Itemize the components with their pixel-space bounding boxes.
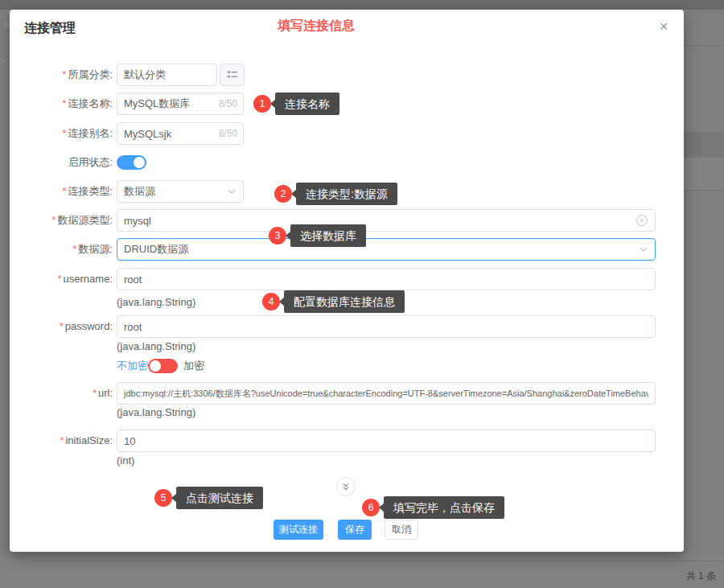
category-input[interactable] — [117, 64, 217, 86]
dialog-title: 连接管理 — [24, 20, 76, 37]
field-row-username: *username: — [10, 268, 684, 290]
background-sidebar: ★ ⟳ — [0, 10, 10, 555]
toggle-knob — [134, 157, 145, 168]
test-connection-button[interactable]: 测试连接 — [274, 520, 323, 540]
background-divider — [684, 45, 724, 46]
field-row-encrypt: 不加密 加密 — [10, 359, 684, 373]
divider — [32, 561, 724, 561]
field-row-enabled: 启用状态: — [10, 155, 684, 170]
datasource-select-value: DRUID数据源 — [124, 239, 639, 260]
required-marker: * — [62, 68, 66, 80]
field-row-password: *password: — [10, 315, 684, 338]
callout-badge-3: 3 — [269, 227, 286, 245]
encrypt-toggle[interactable] — [148, 359, 178, 373]
datasource-label: *数据源: — [72, 238, 113, 261]
initial-size-type-hint: (int) — [117, 454, 134, 467]
name-label: *连接名称: — [62, 93, 113, 115]
enabled-toggle[interactable] — [117, 155, 146, 170]
callout-badge-1: 1 — [253, 95, 271, 113]
callout-badge-2: 2 — [274, 185, 292, 203]
callout-tip-4: 配置数据库连接信息 — [284, 290, 405, 313]
name-char-counter: 8/50 — [197, 93, 237, 115]
callout-tip-1: 连接名称 — [275, 93, 339, 115]
total-count-label: 共 1 条 — [686, 569, 716, 583]
clear-icon[interactable]: × — [636, 215, 648, 226]
annotation-heading: 填写连接信息 — [278, 18, 355, 35]
type-select[interactable]: 数据源 — [117, 180, 244, 203]
username-type-hint: (java.lang.String) — [117, 296, 195, 309]
star-icon: ★ — [1, 18, 10, 31]
callout-tip-3: 选择数据库 — [290, 224, 366, 247]
tree-select-icon — [227, 69, 238, 80]
save-button[interactable]: 保存 — [338, 520, 372, 540]
background-top-strip — [0, 0, 724, 10]
ds-type-label: *数据源类型: — [51, 209, 113, 232]
callout-badge-4: 4 — [262, 293, 280, 310]
alias-label: *连接别名: — [62, 122, 113, 145]
background-divider — [684, 190, 724, 191]
field-row-url: *url: — [10, 382, 684, 405]
background-table-header — [684, 132, 724, 158]
field-row-category: *所属分类: — [10, 64, 684, 86]
field-row-initial-size: *initialSize: — [10, 430, 684, 452]
encrypt-on-label[interactable]: 加密 — [183, 359, 204, 373]
toggle-knob — [150, 360, 161, 372]
encrypt-off-label[interactable]: 不加密 — [117, 359, 148, 373]
callout-tip-6: 填写完毕，点击保存 — [384, 496, 504, 519]
chevron-down-icon — [227, 187, 237, 196]
refresh-icon: ⟳ — [0, 55, 6, 68]
url-input[interactable] — [117, 382, 656, 405]
close-icon[interactable]: × — [655, 18, 673, 35]
password-label: *password: — [60, 315, 113, 338]
callout-badge-6: 6 — [362, 499, 380, 516]
initial-size-input[interactable] — [117, 430, 656, 452]
double-chevron-down-icon — [341, 482, 351, 491]
callout-tip-2: 连接类型:数据源 — [296, 183, 397, 205]
username-label: *username: — [58, 268, 113, 290]
alias-char-counter: 8/50 — [197, 122, 237, 145]
background-pagination-bar: 共 1 条 — [0, 555, 724, 588]
password-type-hint: (java.lang.String) — [117, 340, 195, 353]
type-select-value: 数据源 — [124, 181, 227, 202]
cancel-button[interactable]: 取消 — [385, 520, 418, 540]
field-row-alias: *连接别名: 8/50 — [10, 122, 684, 145]
background-table-row — [684, 158, 724, 190]
connection-manage-dialog: 连接管理 填写连接信息 × *所属分类: *连接名称: 8/50 *连接别名: … — [10, 10, 684, 552]
username-input[interactable] — [117, 268, 656, 290]
datasource-select[interactable]: DRUID数据源 — [117, 238, 656, 261]
category-tree-button[interactable] — [220, 64, 245, 86]
initial-size-label: *initialSize: — [60, 430, 113, 452]
url-label: *url: — [93, 382, 113, 405]
ds-type-input[interactable] — [117, 209, 656, 232]
callout-badge-5: 5 — [154, 489, 172, 507]
type-label: *连接类型: — [62, 180, 113, 203]
callout-tip-5: 点击测试连接 — [176, 487, 263, 509]
url-type-hint: (java.lang.String) — [117, 406, 195, 419]
chevron-down-icon — [639, 245, 648, 254]
password-input[interactable] — [117, 315, 656, 338]
category-label: *所属分类: — [62, 64, 113, 86]
enabled-label: 启用状态: — [68, 155, 113, 170]
expand-more-button[interactable] — [336, 477, 356, 496]
field-row-name: *连接名称: 8/50 — [10, 93, 684, 115]
